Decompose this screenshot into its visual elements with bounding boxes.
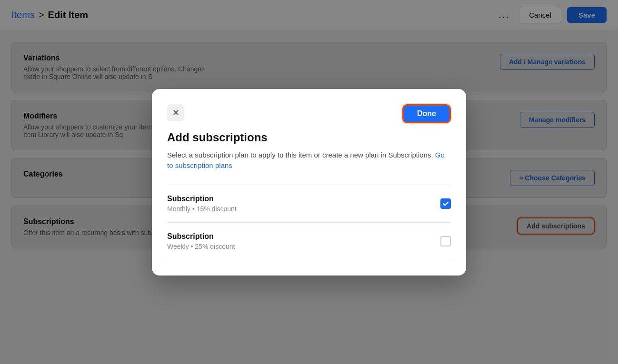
modal-title: Add subscriptions bbox=[167, 131, 451, 144]
subscription-item-1: Subscription Monthly • 15% discount bbox=[167, 185, 451, 222]
subscription-detail-1: Monthly • 15% discount bbox=[167, 205, 237, 213]
subscription-checkbox-2[interactable] bbox=[440, 236, 451, 246]
subscription-info-1: Subscription Monthly • 15% discount bbox=[167, 195, 237, 213]
modal-close-button[interactable]: ✕ bbox=[167, 104, 184, 121]
subscription-info-2: Subscription Weekly • 25% discount bbox=[167, 232, 235, 250]
modal-done-button[interactable]: Done bbox=[402, 104, 451, 123]
modal-description: Select a subscription plan to apply to t… bbox=[167, 150, 451, 171]
add-subscriptions-modal: ✕ Done Add subscriptions Select a subscr… bbox=[152, 89, 466, 275]
modal-description-text: Select a subscription plan to apply to t… bbox=[167, 151, 433, 159]
subscription-detail-2: Weekly • 25% discount bbox=[167, 243, 235, 250]
subscription-title-1: Subscription bbox=[167, 195, 237, 203]
checkmark-icon bbox=[442, 200, 449, 207]
modal-overlay: ✕ Done Add subscriptions Select a subscr… bbox=[0, 0, 618, 364]
subscription-checkbox-1[interactable] bbox=[440, 198, 451, 209]
subscription-title-2: Subscription bbox=[167, 232, 235, 241]
modal-header: ✕ Done bbox=[167, 104, 451, 123]
subscription-item-2: Subscription Weekly • 25% discount bbox=[167, 222, 451, 260]
